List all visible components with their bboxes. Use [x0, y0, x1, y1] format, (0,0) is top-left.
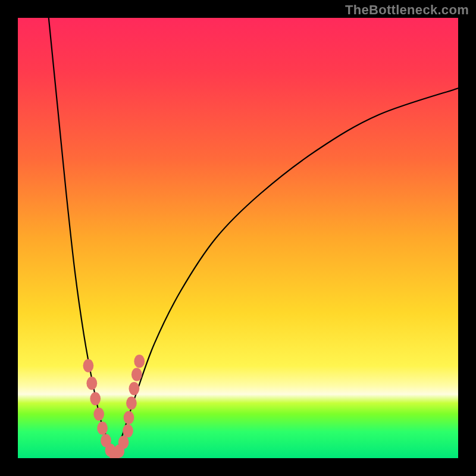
series-group	[49, 18, 458, 458]
series-right-branch	[115, 88, 458, 458]
scatter-point	[129, 382, 139, 395]
scatter-point	[131, 368, 142, 381]
chart-svg	[18, 18, 458, 458]
plot-area	[18, 18, 458, 458]
scatter-point	[124, 411, 134, 424]
scatter-point	[126, 396, 137, 409]
watermark-text: TheBottleneck.com	[345, 4, 469, 17]
scatter-group	[83, 355, 145, 458]
scatter-point	[90, 392, 101, 405]
scatter-point	[134, 355, 145, 368]
scatter-point	[86, 377, 97, 390]
scatter-point	[83, 359, 94, 372]
chart-stage: TheBottleneck.com	[0, 0, 476, 476]
scatter-point	[118, 436, 129, 449]
scatter-point	[97, 422, 108, 435]
series-left-branch	[49, 18, 115, 458]
scatter-point	[123, 424, 133, 437]
scatter-point	[93, 408, 104, 421]
